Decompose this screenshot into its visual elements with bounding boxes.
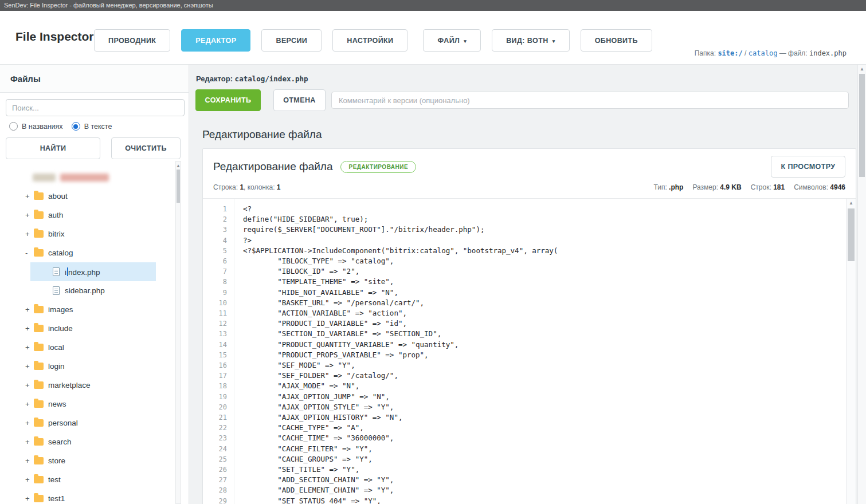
folder-name: news [48, 400, 66, 408]
editor-scrollbar[interactable]: ▲ [846, 199, 856, 504]
line-number: 19 [203, 392, 227, 402]
nav-button-view-menu[interactable]: ВИД: BOTH▾ [492, 29, 570, 52]
scroll-up-icon[interactable]: ▲ [858, 65, 866, 73]
line-number: 11 [203, 308, 227, 318]
nav-button-explorer[interactable]: ПРОВОДНИК [94, 29, 170, 52]
code-line: <?$APPLICATION->IncludeComponent("bitrix… [243, 246, 844, 256]
tree-folder-include[interactable]: +include [0, 319, 175, 338]
clear-button[interactable]: ОЧИСТИТЬ [111, 137, 181, 159]
expand-icon[interactable]: + [25, 305, 34, 314]
collapse-icon[interactable]: - [25, 249, 34, 257]
expand-icon[interactable]: + [25, 211, 34, 219]
tree-folder-local[interactable]: +local [0, 338, 175, 357]
line-number: 13 [203, 329, 227, 339]
breadcrumb-folder-link[interactable]: catalog [749, 49, 778, 57]
radio-search-text[interactable]: В тексте [72, 122, 112, 131]
page-scrollbar[interactable]: ▲ [857, 65, 866, 504]
blurred-label [33, 174, 56, 182]
expand-icon[interactable]: + [25, 381, 34, 389]
expand-icon[interactable]: + [25, 362, 34, 371]
tree-item-blurred[interactable] [0, 168, 175, 187]
line-number: 28 [203, 485, 227, 495]
version-comment-input[interactable] [331, 92, 849, 109]
view-button[interactable]: К ПРОСМОТРУ [771, 156, 845, 178]
expand-icon[interactable]: + [25, 400, 34, 408]
editor-panel-title-label: Редактор: [196, 74, 233, 83]
tree-folder-test1[interactable]: +test1 [0, 489, 175, 504]
expand-icon[interactable]: + [25, 419, 34, 427]
folder-icon [34, 476, 44, 483]
cancel-button[interactable]: ОТМЕНА [273, 89, 326, 111]
expand-icon[interactable]: + [25, 494, 34, 503]
tree-folder-marketplace[interactable]: +marketplace [0, 376, 175, 395]
scrollbar-thumb[interactable] [848, 208, 855, 261]
expand-icon[interactable]: + [25, 475, 34, 484]
radio-search-names[interactable]: В названиях [9, 122, 63, 131]
nav-button-label: ВИД: BOTH [506, 37, 548, 45]
stat-value: 4.9 KB [720, 183, 741, 191]
stat-value: 181 [773, 183, 785, 191]
nav-button-refresh[interactable]: ОБНОВИТЬ [581, 29, 652, 52]
expand-icon[interactable]: + [25, 230, 34, 238]
code-line: "TEMPLATE_THEME" => "site", [243, 277, 844, 287]
tree-folder-about[interactable]: +about [0, 187, 175, 206]
radio-icon[interactable] [72, 122, 80, 131]
code-area[interactable]: <?define("HIDE_SIDEBAR", true);require($… [234, 199, 856, 504]
nav-button-versions[interactable]: ВЕРСИИ [261, 29, 322, 52]
scroll-up-icon[interactable]: ▲ [847, 199, 856, 207]
folder-icon [34, 230, 44, 238]
line-number: 20 [203, 402, 227, 412]
cursor-line-label: Строка: [213, 183, 238, 191]
nav-button-label: НАСТРОЙКИ [347, 37, 393, 45]
files-sidebar: Файлы В названияхВ тексте НАЙТИ ОЧИСТИТЬ… [0, 65, 189, 504]
tree-folder-store[interactable]: +store [0, 451, 175, 470]
line-number: 7 [203, 266, 227, 277]
folder-icon [34, 325, 44, 332]
tree-file-index.php[interactable]: index.php [0, 262, 175, 281]
radio-icon[interactable] [9, 122, 18, 131]
line-number: 22 [203, 423, 227, 433]
tree-folder-login[interactable]: +login [0, 357, 175, 376]
line-number: 2 [203, 214, 227, 225]
scroll-up-icon[interactable]: ▲ [176, 162, 181, 170]
nav-button-editor[interactable]: РЕДАКТОР [181, 29, 250, 52]
tree-folder-bitrix[interactable]: +bitrix [0, 225, 175, 243]
nav-button-label: ВЕРСИИ [276, 37, 307, 45]
editor-panel-title-path: catalog/index.php [235, 74, 308, 83]
save-button[interactable]: СОХРАНИТЬ [195, 89, 261, 111]
tree-folder-test[interactable]: +test [0, 470, 175, 489]
tree-file-sidebar.php[interactable]: sidebar.php [0, 281, 175, 300]
tree-folder-catalog[interactable]: -catalog [0, 243, 175, 262]
expand-icon[interactable]: + [25, 324, 34, 333]
scrollbar-thumb[interactable] [177, 170, 180, 203]
line-number: 9 [203, 288, 227, 298]
find-button[interactable]: НАЙТИ [6, 137, 100, 159]
nav-button-settings[interactable]: НАСТРОЙКИ [332, 29, 407, 52]
folder-name: auth [48, 211, 63, 219]
search-input[interactable] [6, 99, 185, 116]
tree-folder-news[interactable]: +news [0, 395, 175, 414]
code-line: "AJAX_OPTION_STYLE" => "Y", [243, 402, 844, 412]
expand-icon[interactable]: + [25, 192, 34, 200]
tree-folder-search[interactable]: +search [0, 432, 175, 451]
expand-icon[interactable]: + [25, 343, 34, 352]
scrollbar-thumb[interactable] [859, 74, 865, 177]
file-name: index.php [65, 267, 100, 277]
cursor-col-value: 1 [277, 183, 281, 191]
tree-folder-personal[interactable]: +personal [0, 414, 175, 432]
chevron-down-icon: ▾ [464, 38, 467, 44]
tree-folder-auth[interactable]: +auth [0, 206, 175, 225]
blurred-label [60, 174, 109, 182]
code-editor[interactable]: 1234567891011121314151617181920212223242… [203, 198, 856, 504]
tree-scrollbar[interactable]: ▲ [175, 161, 181, 504]
folder-name: test1 [48, 494, 65, 503]
line-number: 16 [203, 360, 227, 371]
file-tree: +about+auth+bitrix-catalogindex.phpsideb… [0, 168, 175, 504]
nav-button-file-menu[interactable]: ФАЙЛ▾ [423, 29, 481, 52]
folder-icon [34, 419, 44, 427]
expand-icon[interactable]: + [25, 438, 34, 446]
breadcrumb-root-link[interactable]: site:/ [718, 49, 742, 57]
window-titlebar: SenDev: File Inspector - файловый менедж… [0, 0, 866, 11]
expand-icon[interactable]: + [25, 456, 34, 465]
tree-folder-images[interactable]: +images [0, 300, 175, 319]
